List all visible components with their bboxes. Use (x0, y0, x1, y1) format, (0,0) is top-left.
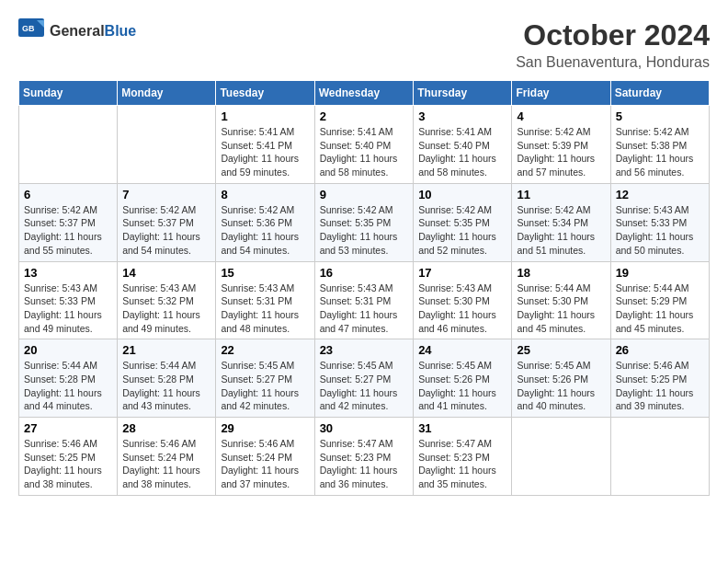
calendar-cell: 7Sunrise: 5:42 AMSunset: 5:37 PMDaylight… (118, 183, 216, 261)
day-number: 20 (24, 343, 112, 357)
day-number: 8 (221, 188, 309, 201)
calendar-cell: 18Sunrise: 5:44 AMSunset: 5:30 PMDayligh… (512, 261, 610, 339)
month-title: October 2024 (516, 18, 710, 52)
day-info: Sunrise: 5:44 AMSunset: 5:28 PMDaylight:… (24, 359, 112, 413)
calendar-cell: 23Sunrise: 5:45 AMSunset: 5:27 PMDayligh… (314, 339, 414, 418)
calendar-week-row: 27Sunrise: 5:46 AMSunset: 5:25 PMDayligh… (19, 418, 710, 496)
calendar-week-row: 20Sunrise: 5:44 AMSunset: 5:28 PMDayligh… (19, 339, 710, 418)
calendar-cell: 11Sunrise: 5:42 AMSunset: 5:34 PMDayligh… (512, 183, 610, 261)
calendar-cell: 19Sunrise: 5:44 AMSunset: 5:29 PMDayligh… (610, 261, 709, 339)
day-info: Sunrise: 5:45 AMSunset: 5:27 PMDaylight:… (221, 359, 309, 413)
day-info: Sunrise: 5:45 AMSunset: 5:26 PMDaylight:… (418, 359, 506, 413)
calendar-cell (118, 106, 216, 184)
day-number: 18 (517, 266, 605, 280)
header: GB GeneralBlue October 2024 San Buenaven… (18, 18, 710, 71)
calendar-cell: 14Sunrise: 5:43 AMSunset: 5:32 PMDayligh… (118, 261, 216, 339)
day-number: 21 (122, 343, 210, 357)
calendar-cell: 15Sunrise: 5:43 AMSunset: 5:31 PMDayligh… (216, 261, 314, 339)
day-info: Sunrise: 5:46 AMSunset: 5:25 PMDaylight:… (24, 437, 112, 491)
day-info: Sunrise: 5:45 AMSunset: 5:26 PMDaylight:… (517, 359, 605, 413)
calendar-cell: 10Sunrise: 5:42 AMSunset: 5:35 PMDayligh… (414, 183, 512, 261)
day-number: 11 (517, 188, 605, 201)
day-info: Sunrise: 5:42 AMSunset: 5:35 PMDaylight:… (418, 203, 506, 258)
calendar-cell: 25Sunrise: 5:45 AMSunset: 5:26 PMDayligh… (512, 339, 610, 418)
logo-blue-text: Blue (105, 23, 137, 39)
day-info: Sunrise: 5:43 AMSunset: 5:31 PMDaylight:… (320, 282, 409, 336)
day-number: 16 (320, 266, 409, 280)
calendar: SundayMondayTuesdayWednesdayThursdayFrid… (18, 80, 710, 496)
calendar-cell: 3Sunrise: 5:41 AMSunset: 5:40 PMDaylight… (414, 106, 512, 184)
day-number: 9 (320, 188, 409, 201)
calendar-cell: 17Sunrise: 5:43 AMSunset: 5:30 PMDayligh… (414, 261, 512, 339)
day-number: 2 (320, 109, 409, 123)
day-info: Sunrise: 5:43 AMSunset: 5:31 PMDaylight:… (221, 282, 309, 336)
day-number: 1 (221, 109, 309, 123)
day-number: 27 (24, 421, 112, 435)
day-info: Sunrise: 5:43 AMSunset: 5:33 PMDaylight:… (616, 203, 704, 258)
day-header: Thursday (414, 81, 512, 106)
calendar-cell: 30Sunrise: 5:47 AMSunset: 5:23 PMDayligh… (314, 418, 414, 496)
day-info: Sunrise: 5:43 AMSunset: 5:33 PMDaylight:… (24, 282, 112, 336)
day-info: Sunrise: 5:42 AMSunset: 5:34 PMDaylight:… (517, 203, 605, 258)
day-info: Sunrise: 5:41 AMSunset: 5:41 PMDaylight:… (221, 125, 309, 179)
calendar-cell: 9Sunrise: 5:42 AMSunset: 5:35 PMDaylight… (314, 183, 414, 261)
day-number: 7 (122, 188, 210, 201)
day-number: 22 (221, 343, 309, 357)
calendar-cell: 24Sunrise: 5:45 AMSunset: 5:26 PMDayligh… (414, 339, 512, 418)
day-number: 30 (320, 421, 409, 435)
calendar-cell: 1Sunrise: 5:41 AMSunset: 5:41 PMDaylight… (216, 106, 314, 184)
calendar-cell: 21Sunrise: 5:44 AMSunset: 5:28 PMDayligh… (118, 339, 216, 418)
location-subtitle: San Buenaventura, Honduras (516, 54, 710, 71)
day-info: Sunrise: 5:46 AMSunset: 5:25 PMDaylight:… (616, 359, 704, 413)
calendar-cell: 26Sunrise: 5:46 AMSunset: 5:25 PMDayligh… (610, 339, 709, 418)
calendar-cell (610, 418, 709, 496)
day-info: Sunrise: 5:42 AMSunset: 5:36 PMDaylight:… (221, 203, 309, 258)
day-info: Sunrise: 5:46 AMSunset: 5:24 PMDaylight:… (122, 437, 210, 491)
day-number: 17 (418, 266, 506, 280)
day-info: Sunrise: 5:45 AMSunset: 5:27 PMDaylight:… (320, 359, 409, 413)
calendar-cell: 13Sunrise: 5:43 AMSunset: 5:33 PMDayligh… (19, 261, 118, 339)
day-info: Sunrise: 5:43 AMSunset: 5:32 PMDaylight:… (122, 282, 210, 336)
day-number: 10 (418, 188, 506, 201)
day-number: 24 (418, 343, 506, 357)
day-number: 31 (418, 421, 506, 435)
day-info: Sunrise: 5:42 AMSunset: 5:38 PMDaylight:… (616, 125, 704, 179)
day-number: 14 (122, 266, 210, 280)
calendar-cell: 6Sunrise: 5:42 AMSunset: 5:37 PMDaylight… (19, 183, 118, 261)
calendar-cell: 5Sunrise: 5:42 AMSunset: 5:38 PMDaylight… (610, 106, 709, 184)
day-number: 28 (122, 421, 210, 435)
day-info: Sunrise: 5:46 AMSunset: 5:24 PMDaylight:… (221, 437, 309, 491)
day-number: 29 (221, 421, 309, 435)
calendar-cell: 4Sunrise: 5:42 AMSunset: 5:39 PMDaylight… (512, 106, 610, 184)
day-number: 12 (616, 188, 704, 201)
calendar-cell (19, 106, 118, 184)
day-number: 4 (517, 109, 605, 123)
calendar-cell: 27Sunrise: 5:46 AMSunset: 5:25 PMDayligh… (19, 418, 118, 496)
day-info: Sunrise: 5:42 AMSunset: 5:37 PMDaylight:… (24, 203, 112, 258)
day-info: Sunrise: 5:41 AMSunset: 5:40 PMDaylight:… (320, 125, 409, 179)
day-info: Sunrise: 5:47 AMSunset: 5:23 PMDaylight:… (418, 437, 506, 491)
calendar-cell: 12Sunrise: 5:43 AMSunset: 5:33 PMDayligh… (610, 183, 709, 261)
day-info: Sunrise: 5:42 AMSunset: 5:39 PMDaylight:… (517, 125, 605, 179)
logo-general-text: General (50, 23, 105, 39)
calendar-week-row: 1Sunrise: 5:41 AMSunset: 5:41 PMDaylight… (19, 106, 710, 184)
calendar-cell: 16Sunrise: 5:43 AMSunset: 5:31 PMDayligh… (314, 261, 414, 339)
day-number: 23 (320, 343, 409, 357)
day-number: 6 (24, 188, 112, 201)
calendar-cell: 2Sunrise: 5:41 AMSunset: 5:40 PMDaylight… (314, 106, 414, 184)
day-info: Sunrise: 5:43 AMSunset: 5:30 PMDaylight:… (418, 282, 506, 336)
calendar-header-row: SundayMondayTuesdayWednesdayThursdayFrid… (19, 81, 710, 106)
day-number: 3 (418, 109, 506, 123)
day-info: Sunrise: 5:42 AMSunset: 5:35 PMDaylight:… (320, 203, 409, 258)
day-info: Sunrise: 5:44 AMSunset: 5:29 PMDaylight:… (616, 282, 704, 336)
calendar-cell: 20Sunrise: 5:44 AMSunset: 5:28 PMDayligh… (19, 339, 118, 418)
calendar-week-row: 13Sunrise: 5:43 AMSunset: 5:33 PMDayligh… (19, 261, 710, 339)
logo-icon: GB (18, 18, 46, 44)
day-info: Sunrise: 5:41 AMSunset: 5:40 PMDaylight:… (418, 125, 506, 179)
calendar-cell: 8Sunrise: 5:42 AMSunset: 5:36 PMDaylight… (216, 183, 314, 261)
svg-text:GB: GB (22, 24, 35, 33)
day-header: Sunday (19, 81, 118, 106)
calendar-week-row: 6Sunrise: 5:42 AMSunset: 5:37 PMDaylight… (19, 183, 710, 261)
day-header: Friday (512, 81, 610, 106)
day-header: Wednesday (314, 81, 414, 106)
